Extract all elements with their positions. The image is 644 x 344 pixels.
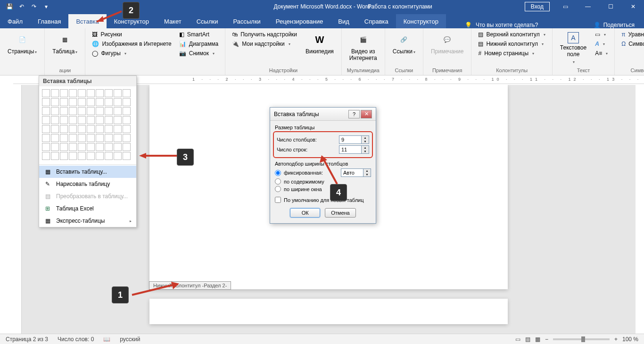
maximize-icon[interactable]: ☐ xyxy=(600,0,621,13)
grid-cell[interactable] xyxy=(123,125,131,133)
grid-cell[interactable] xyxy=(87,116,95,124)
remember-checkbox[interactable] xyxy=(275,197,281,203)
grid-cell[interactable] xyxy=(42,98,50,106)
grid-cell[interactable] xyxy=(60,152,68,160)
online-pictures-button[interactable]: 🌐Изображения в Интернете xyxy=(89,40,174,48)
grid-cell[interactable] xyxy=(69,125,77,133)
fixed-width-spinner[interactable]: ▲▼ xyxy=(341,168,371,177)
down-arrow-icon[interactable]: ▼ xyxy=(363,173,371,176)
grid-cell[interactable] xyxy=(78,134,86,142)
save-icon[interactable]: 💾 xyxy=(4,1,15,12)
zoom-level[interactable]: 100 % xyxy=(622,336,638,343)
grid-cell[interactable] xyxy=(96,89,104,97)
grid-cell[interactable] xyxy=(105,89,113,97)
grid-cell[interactable] xyxy=(87,134,95,142)
grid-cell[interactable] xyxy=(51,152,59,160)
grid-cell[interactable] xyxy=(96,152,104,160)
minimize-icon[interactable]: — xyxy=(577,0,599,13)
online-video-button[interactable]: 🎬 Видео из Интернета xyxy=(346,30,381,64)
shapes-button[interactable]: ◯Фигуры▾ xyxy=(89,49,174,58)
grid-cell[interactable] xyxy=(114,134,122,142)
window-radio[interactable] xyxy=(275,186,281,192)
grid-cell[interactable] xyxy=(87,152,95,160)
grid-cell[interactable] xyxy=(78,107,86,115)
grid-cell[interactable] xyxy=(96,134,104,142)
tab-view[interactable]: Вид xyxy=(330,14,357,28)
grid-cell[interactable] xyxy=(105,143,113,151)
grid-cell[interactable] xyxy=(60,143,68,151)
tab-review[interactable]: Рецензирование xyxy=(268,14,330,28)
grid-cell[interactable] xyxy=(87,143,95,151)
grid-cell[interactable] xyxy=(51,116,59,124)
tell-me-search[interactable]: 💡 Что вы хотите сделать? xyxy=(465,22,538,28)
undo-icon[interactable]: ↶ xyxy=(16,1,27,12)
grid-cell[interactable] xyxy=(123,116,131,124)
zoom-in-icon[interactable]: + xyxy=(614,336,618,343)
close-button[interactable]: ✕ xyxy=(361,110,372,118)
footer-button[interactable]: ▤Нижний колонтитул▾ xyxy=(475,40,548,48)
grid-cell[interactable] xyxy=(78,125,86,133)
pagenum-button[interactable]: #Номер страницы▾ xyxy=(475,49,548,58)
content-radio[interactable] xyxy=(275,178,281,185)
grid-cell[interactable] xyxy=(105,98,113,106)
header-button[interactable]: ▤Верхний колонтитул▾ xyxy=(475,30,548,39)
grid-cell[interactable] xyxy=(60,107,68,115)
down-arrow-icon[interactable]: ▼ xyxy=(362,140,369,143)
grid-cell[interactable] xyxy=(51,107,59,115)
grid-cell[interactable] xyxy=(69,143,77,151)
redo-icon[interactable]: ↷ xyxy=(28,1,40,12)
grid-cell[interactable] xyxy=(87,125,95,133)
wordart-button[interactable]: A▾ xyxy=(592,40,611,48)
grid-cell[interactable] xyxy=(123,143,131,151)
fixed-radio[interactable] xyxy=(275,170,281,176)
grid-cell[interactable] xyxy=(60,134,68,142)
grid-cell[interactable] xyxy=(42,107,50,115)
grid-cell[interactable] xyxy=(78,143,86,151)
down-arrow-icon[interactable]: ▼ xyxy=(362,150,369,153)
grid-cell[interactable] xyxy=(87,107,95,115)
zoom-out-icon[interactable]: − xyxy=(545,336,548,343)
tab-insert[interactable]: Вставка xyxy=(68,14,106,28)
grid-cell[interactable] xyxy=(42,89,50,97)
grid-cell[interactable] xyxy=(69,152,77,160)
grid-cell[interactable] xyxy=(114,116,122,124)
quick-tables-item[interactable]: ▦ Экспресс-таблицы ▸ xyxy=(39,215,136,227)
login-button[interactable]: Вход xyxy=(525,2,550,11)
grid-cell[interactable] xyxy=(60,125,68,133)
read-mode-icon[interactable]: ▭ xyxy=(515,336,520,343)
web-layout-icon[interactable]: ▦ xyxy=(535,336,540,343)
ok-button[interactable]: ОК xyxy=(290,208,320,218)
close-icon[interactable]: ✕ xyxy=(622,0,644,13)
grid-cell[interactable] xyxy=(51,143,59,151)
grid-cell[interactable] xyxy=(105,116,113,124)
up-arrow-icon[interactable]: ▲ xyxy=(362,146,369,150)
tab-layout[interactable]: Макет xyxy=(157,14,189,28)
pages-button[interactable]: 📄 Страницы▾ xyxy=(4,30,41,57)
grid-cell[interactable] xyxy=(42,143,50,151)
grid-cell[interactable] xyxy=(123,107,131,115)
grid-cell[interactable] xyxy=(78,98,86,106)
vertical-ruler[interactable] xyxy=(13,85,22,334)
grid-cell[interactable] xyxy=(123,152,131,160)
zoom-slider[interactable] xyxy=(553,338,610,340)
tab-home[interactable]: Главная xyxy=(30,14,68,28)
get-addins-button[interactable]: 🛍Получить надстройки xyxy=(229,30,300,39)
table-button[interactable]: ▦ Таблица▾ xyxy=(49,30,81,57)
help-button[interactable]: ? xyxy=(348,110,360,118)
grid-cell[interactable] xyxy=(42,152,50,160)
equation-button[interactable]: πУравнение▾ xyxy=(619,30,644,39)
grid-cell[interactable] xyxy=(123,89,131,97)
rows-spinner[interactable]: ▲▼ xyxy=(339,145,369,154)
grid-cell[interactable] xyxy=(96,143,104,151)
dropcap-button[interactable]: A≡▾ xyxy=(592,49,611,58)
grid-cell[interactable] xyxy=(42,125,50,133)
up-arrow-icon[interactable]: ▲ xyxy=(363,169,371,173)
grid-cell[interactable] xyxy=(123,98,131,106)
grid-cell[interactable] xyxy=(78,89,86,97)
grid-cell[interactable] xyxy=(105,152,113,160)
smartart-button[interactable]: ◧SmartArt xyxy=(176,30,221,39)
grid-cell[interactable] xyxy=(69,134,77,142)
rows-input[interactable] xyxy=(339,145,362,154)
grid-cell[interactable] xyxy=(114,125,122,133)
grid-cell[interactable] xyxy=(69,116,77,124)
